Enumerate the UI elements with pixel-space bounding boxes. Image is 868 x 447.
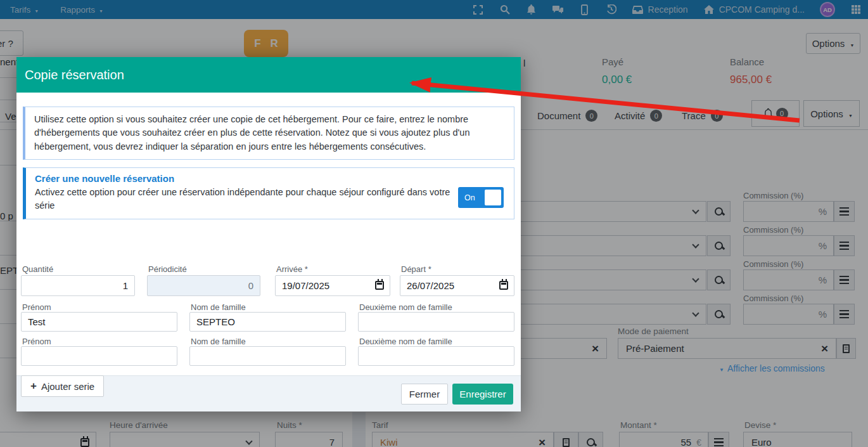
add-series-button[interactable]: Ajouter serie [21, 375, 104, 397]
plus-icon [30, 380, 37, 392]
secondname-label: Deuxième nom de famille [359, 337, 452, 346]
firstname-label: Prénom [22, 302, 51, 312]
arrival-label: Arrivée * [276, 264, 308, 274]
secondname-input[interactable] [358, 312, 514, 332]
periodicity-label: Périodicité [148, 264, 187, 274]
new-reservation-toggle[interactable]: On [458, 187, 504, 208]
calendar-icon[interactable] [499, 281, 508, 290]
toggle-knob [485, 190, 501, 205]
quantity-label: Quantité [22, 264, 53, 274]
firstname-label: Prénom [22, 337, 51, 346]
panel-title: Créer une nouvelle réservation [35, 173, 505, 184]
close-button[interactable]: Fermer [401, 384, 448, 405]
copy-reservation-modal: Copie réservation Utilisez cette option … [16, 57, 521, 411]
create-reservation-panel: Créer une nouvelle réservation Activez c… [23, 167, 514, 219]
calendar-icon[interactable] [375, 281, 384, 290]
firstname-input[interactable] [21, 312, 177, 332]
arrival-date-input[interactable] [275, 275, 390, 296]
app-window: Tarifs Rapports [0, 0, 868, 447]
departure-label: Départ * [401, 264, 431, 274]
departure-date-input[interactable] [400, 275, 514, 296]
modal-body: Utilisez cette option si vous souhaitez … [16, 93, 521, 375]
save-button[interactable]: Enregistrer [452, 384, 513, 405]
lastname-label: Nom de famille [191, 302, 246, 312]
secondname-label: Deuxième nom de famille [359, 302, 452, 312]
lastname-input[interactable] [189, 346, 346, 366]
modal-header: Copie réservation [16, 57, 521, 93]
secondname-input[interactable] [358, 346, 514, 366]
panel-description: Activez cette option pour créer une rése… [35, 186, 461, 212]
lastname-input[interactable] [189, 312, 346, 332]
modal-title: Copie réservation [25, 68, 124, 82]
firstname-input[interactable] [21, 346, 177, 366]
lastname-label: Nom de famille [191, 337, 246, 346]
quantity-input[interactable] [21, 275, 135, 296]
periodicity-input [147, 275, 260, 296]
toggle-on-label: On [464, 193, 475, 202]
info-alert: Utilisez cette option si vous souhaitez … [23, 107, 514, 160]
